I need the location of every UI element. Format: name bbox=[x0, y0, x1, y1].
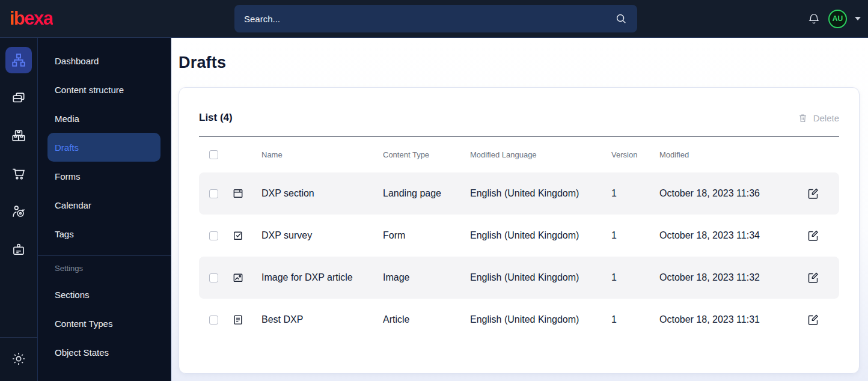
rail-item-content[interactable] bbox=[5, 47, 32, 73]
column-header-name: Name bbox=[261, 150, 383, 159]
row-modified: October 18, 2023 11:36 bbox=[659, 188, 807, 199]
row-name: Image for DXP article bbox=[261, 272, 383, 283]
row-language: English (United Kingdom) bbox=[470, 188, 611, 199]
table-row[interactable]: DXP section Landing page English (United… bbox=[199, 172, 839, 215]
table-row[interactable]: Image for DXP article Image English (Uni… bbox=[199, 257, 839, 299]
edit-button[interactable] bbox=[807, 272, 819, 284]
gear-icon bbox=[11, 351, 26, 367]
caret-down-icon bbox=[855, 17, 861, 20]
sidebar-item-content-types[interactable]: Content Types bbox=[47, 309, 160, 338]
bell-icon bbox=[807, 12, 821, 25]
main-content: Drafts List (4) Delete Name Cont bbox=[171, 38, 868, 381]
menu-item-label: Forms bbox=[55, 171, 81, 181]
sidebar-item-tags[interactable]: Tags bbox=[47, 219, 160, 248]
boxes-icon bbox=[11, 128, 26, 144]
menu-item-label: Calendar bbox=[55, 200, 91, 210]
row-version: 1 bbox=[611, 272, 659, 283]
global-search[interactable] bbox=[234, 5, 637, 32]
list-header: List (4) Delete bbox=[199, 112, 839, 124]
avatar: AU bbox=[828, 10, 847, 28]
row-name: DXP survey bbox=[261, 230, 383, 241]
row-version: 1 bbox=[611, 230, 659, 241]
rail-item-personalization[interactable] bbox=[5, 198, 32, 225]
table-row[interactable]: DXP survey Form English (United Kingdom)… bbox=[199, 215, 839, 257]
icon-rail bbox=[0, 38, 37, 381]
column-header-modified: Modified bbox=[659, 150, 807, 159]
settings-section-header: Settings bbox=[38, 256, 171, 280]
page-title: Drafts bbox=[179, 53, 860, 72]
app-body: Dashboard Content structure Media Drafts… bbox=[0, 38, 868, 381]
sidebar-item-calendar[interactable]: Calendar bbox=[47, 190, 160, 219]
edit-button[interactable] bbox=[807, 187, 819, 200]
menu-item-label: Content structure bbox=[55, 85, 124, 95]
pages-icon bbox=[11, 90, 26, 106]
sidebar-item-content-structure[interactable]: Content structure bbox=[47, 75, 160, 104]
row-checkbox[interactable] bbox=[209, 189, 218, 198]
edit-button[interactable] bbox=[807, 314, 819, 326]
topbar-right: AU bbox=[807, 10, 861, 28]
row-version: 1 bbox=[611, 314, 659, 325]
row-language: English (United Kingdom) bbox=[470, 314, 611, 325]
column-header-modified-language: Modified Language bbox=[470, 150, 611, 159]
menu-item-label: Sections bbox=[55, 290, 90, 300]
sidebar-menu: Dashboard Content structure Media Drafts… bbox=[37, 38, 171, 381]
rail-item-commerce[interactable] bbox=[5, 160, 32, 187]
sidebar-item-forms[interactable]: Forms bbox=[47, 162, 160, 190]
landing-page-icon bbox=[232, 187, 244, 200]
delete-button[interactable]: Delete bbox=[798, 113, 839, 123]
row-content-type: Image bbox=[383, 272, 470, 283]
row-content-type: Landing page bbox=[383, 188, 470, 199]
drafts-card: List (4) Delete Name Content Type Modifi… bbox=[179, 87, 860, 374]
row-checkbox[interactable] bbox=[209, 315, 218, 325]
badge-icon bbox=[11, 242, 26, 257]
form-icon bbox=[232, 230, 244, 242]
notifications-button[interactable] bbox=[807, 12, 821, 25]
rail-item-pages[interactable] bbox=[5, 85, 32, 111]
edit-button[interactable] bbox=[807, 230, 819, 242]
image-icon bbox=[232, 272, 244, 284]
sitemap-icon bbox=[11, 52, 26, 68]
sidebar-item-drafts[interactable]: Drafts bbox=[47, 133, 160, 162]
list-title: List (4) bbox=[199, 112, 233, 124]
row-checkbox[interactable] bbox=[209, 273, 218, 282]
menu-item-label: Object States bbox=[55, 347, 109, 358]
sidebar-item-sections[interactable]: Sections bbox=[47, 280, 160, 309]
row-name: DXP section bbox=[261, 188, 383, 199]
sidebar-item-dashboard[interactable]: Dashboard bbox=[47, 46, 160, 75]
row-content-type: Article bbox=[383, 314, 470, 325]
sidebar-item-media[interactable]: Media bbox=[47, 104, 160, 133]
topbar: ibexa AU bbox=[0, 0, 868, 38]
row-modified: October 18, 2023 11:32 bbox=[659, 272, 807, 283]
menu-item-label: Tags bbox=[55, 229, 74, 239]
user-menu-caret[interactable] bbox=[855, 17, 861, 20]
search-icon[interactable] bbox=[614, 12, 628, 25]
delete-button-label: Delete bbox=[813, 113, 839, 123]
column-header-version: Version bbox=[611, 150, 659, 159]
row-checkbox[interactable] bbox=[209, 231, 218, 240]
menu-item-label: Media bbox=[55, 114, 79, 124]
search-input[interactable] bbox=[244, 14, 614, 24]
target-user-icon bbox=[11, 204, 26, 219]
rail-bottom bbox=[0, 337, 37, 381]
row-name: Best DXP bbox=[261, 314, 383, 325]
rail-item-products[interactable] bbox=[5, 123, 32, 149]
row-modified: October 18, 2023 11:34 bbox=[659, 230, 807, 241]
sidebar-item-object-states[interactable]: Object States bbox=[47, 338, 160, 367]
table-row[interactable]: Best DXP Article English (United Kingdom… bbox=[199, 299, 839, 341]
menu-item-label: Dashboard bbox=[55, 56, 99, 66]
row-content-type: Form bbox=[383, 230, 470, 241]
rail-item-corporate[interactable] bbox=[5, 236, 32, 263]
user-menu-button[interactable]: AU bbox=[828, 10, 847, 28]
column-header-content-type: Content Type bbox=[383, 150, 470, 159]
select-all-checkbox[interactable] bbox=[209, 150, 218, 159]
menu-item-label: Content Types bbox=[55, 319, 112, 329]
cart-icon bbox=[11, 166, 26, 181]
admin-settings-button[interactable] bbox=[5, 346, 32, 372]
article-icon bbox=[232, 314, 244, 326]
ibexa-logo: ibexa bbox=[10, 8, 53, 29]
row-modified: October 18, 2023 11:31 bbox=[659, 314, 807, 325]
row-language: English (United Kingdom) bbox=[470, 272, 611, 283]
row-version: 1 bbox=[611, 188, 659, 199]
menu-item-label: Drafts bbox=[55, 142, 79, 153]
table-header-row: Name Content Type Modified Language Vers… bbox=[199, 136, 839, 172]
